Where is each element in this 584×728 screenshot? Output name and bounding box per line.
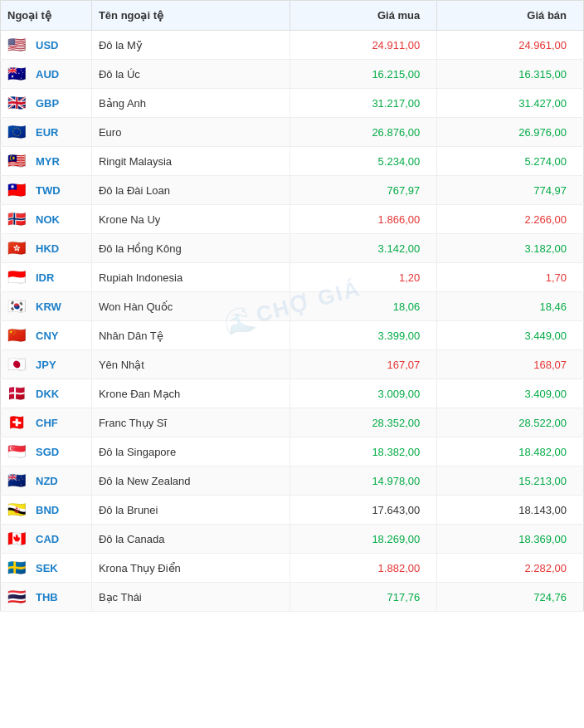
header-buy: Giá mua [290, 1, 437, 31]
currency-cell: 🇪🇺 EUR [1, 118, 92, 147]
flag-icon: 🇨🇳 [7, 327, 31, 344]
buy-value: 1.882,00 [378, 562, 421, 574]
header-sell: Giá bán [437, 1, 584, 31]
sell-price: 18.482,00 [437, 437, 584, 467]
currency-code: IDR [36, 271, 54, 284]
currency-name: Đô la Úc [91, 60, 290, 89]
currency-cell: 🇯🇵 JPY [1, 350, 92, 379]
buy-value: 18.382,00 [372, 446, 420, 458]
currency-code: HKD [36, 242, 59, 255]
sell-price: 168,07 [437, 350, 584, 379]
table-row: 🇭🇰 HKD Đô la Hồng Kông3.142,003.182,00 [1, 234, 584, 263]
exchange-rate-table: 🌊 CHỢ GIÁ Ngoại tệ Tên ngoại tệ Giá mua … [0, 0, 584, 612]
buy-value: 18,06 [393, 300, 421, 313]
buy-value: 5.234,00 [378, 155, 421, 168]
table-body: 🇺🇸 USD Đô la Mỹ24.911,0024.961,00 🇦🇺 AUD… [1, 31, 584, 612]
sell-price: 15.213,00 [437, 467, 584, 496]
flag-icon: 🇨🇭 [7, 414, 31, 431]
currency-code: AUD [36, 68, 59, 81]
flag-icon: 🇭🇰 [7, 240, 31, 257]
table-row: 🇧🇳 BND Đô la Brunei17.643,0018.143,00 [1, 496, 584, 525]
currency-code: TWD [36, 184, 61, 197]
buy-price: 767,97 [290, 176, 437, 205]
table-row: 🇦🇺 AUD Đô la Úc16.215,0016.315,00 [1, 60, 584, 89]
currency-name: Yên Nhật [91, 350, 290, 379]
flag-icon: 🇸🇪 [7, 559, 31, 576]
table-row: 🇸🇪 SEK Krona Thụy Điển1.882,002.282,00 [1, 554, 584, 583]
table-row: 🇹🇭 THB Bạc Thái717,76724,76 [1, 583, 584, 612]
sell-value: 724,76 [533, 591, 567, 603]
sell-value: 5.274,00 [524, 155, 567, 168]
buy-price: 3.142,00 [290, 234, 437, 263]
sell-price: 24.961,00 [437, 31, 584, 60]
sell-price: 18.369,00 [437, 525, 584, 554]
currency-code: USD [36, 39, 58, 51]
buy-value: 31.217,00 [372, 97, 420, 110]
table-row: 🇨🇭 CHF Franc Thụy Sĩ28.352,0028.522,00 [1, 408, 584, 437]
buy-price: 24.911,00 [290, 31, 437, 60]
sell-value: 2.266,00 [524, 213, 567, 226]
sell-price: 26.976,00 [437, 118, 584, 147]
flag-icon: 🇳🇴 [7, 211, 31, 227]
currency-cell: 🇺🇸 USD [1, 31, 92, 60]
currency-name: Won Hàn Quốc [91, 292, 290, 321]
currency-cell: 🇮🇩 IDR [1, 263, 92, 292]
flag-icon: 🇹🇼 [7, 182, 31, 198]
buy-price: 28.352,00 [290, 408, 437, 437]
table-row: 🇳🇿 NZD Đô la New Zealand14.978,0015.213,… [1, 467, 584, 496]
table-row: 🇸🇬 SGD Đô la Singapore18.382,0018.482,00 [1, 437, 584, 467]
currency-name: Bảng Anh [91, 89, 290, 118]
rates-table: Ngoại tệ Tên ngoại tệ Giá mua Giá bán 🇺🇸… [0, 0, 584, 612]
sell-price: 18,46 [437, 292, 584, 321]
currency-cell: 🇬🇧 GBP [1, 89, 92, 118]
buy-price: 26.876,00 [290, 118, 437, 147]
flag-icon: 🇦🇺 [7, 66, 31, 82]
buy-price: 3.009,00 [290, 379, 437, 408]
sell-price: 5.274,00 [437, 147, 584, 176]
currency-name: Krona Thụy Điển [91, 554, 290, 583]
buy-value: 167,07 [387, 359, 420, 371]
table-row: 🇳🇴 NOK Krone Na Uy1.866,002.266,00 [1, 205, 584, 234]
currency-name: Đô la Canada [91, 525, 290, 554]
sell-price: 16.315,00 [437, 60, 584, 89]
currency-cell: 🇨🇳 CNY [1, 321, 92, 350]
buy-price: 14.978,00 [290, 467, 437, 496]
buy-value: 26.876,00 [372, 126, 420, 139]
buy-price: 1,20 [290, 263, 437, 292]
currency-name: Franc Thụy Sĩ [91, 408, 290, 437]
currency-cell: 🇭🇰 HKD [1, 234, 92, 263]
currency-code: EUR [36, 126, 58, 139]
flag-icon: 🇳🇿 [7, 472, 31, 489]
buy-value: 717,76 [387, 591, 420, 603]
currency-code: THB [36, 591, 58, 603]
currency-code: GBP [36, 97, 59, 110]
header-name: Tên ngoại tệ [91, 1, 290, 31]
currency-code: JPY [36, 359, 56, 371]
header-currency: Ngoại tệ [1, 1, 92, 31]
currency-code: CAD [36, 533, 59, 545]
flag-icon: 🇰🇷 [7, 298, 31, 315]
currency-name: Đô la Mỹ [91, 31, 290, 60]
currency-code: SGD [36, 446, 59, 458]
sell-value: 18.369,00 [518, 533, 567, 545]
buy-value: 1.866,00 [378, 213, 421, 226]
buy-value: 3.399,00 [378, 330, 421, 342]
table-row: 🇨🇳 CNY Nhân Dân Tệ3.399,003.449,00 [1, 321, 584, 350]
flag-icon: 🇧🇳 [7, 501, 31, 518]
sell-price: 3.449,00 [437, 321, 584, 350]
sell-value: 168,07 [533, 359, 567, 371]
sell-price: 774,97 [437, 176, 584, 205]
currency-name: Đô la Đài Loan [91, 176, 290, 205]
sell-value: 26.976,00 [518, 126, 567, 139]
sell-value: 18.482,00 [518, 446, 567, 458]
sell-price: 3.182,00 [437, 234, 584, 263]
sell-price: 724,76 [437, 583, 584, 612]
buy-value: 767,97 [387, 184, 420, 197]
currency-code: CNY [36, 330, 58, 342]
sell-value: 1,70 [546, 271, 567, 284]
currency-cell: 🇸🇬 SGD [1, 437, 92, 467]
buy-price: 1.882,00 [290, 554, 437, 583]
currency-name: Krone Na Uy [91, 205, 290, 234]
buy-value: 17.643,00 [372, 504, 420, 516]
sell-price: 2.282,00 [437, 554, 584, 583]
